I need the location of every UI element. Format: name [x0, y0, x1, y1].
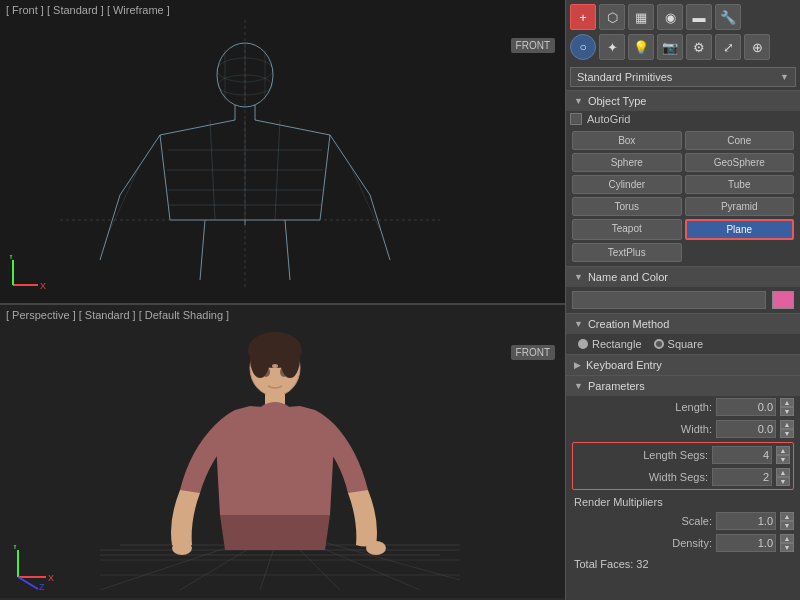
- svg-line-3: [160, 120, 235, 135]
- viewport-bottom[interactable]: [ Perspective ] [ Standard ] [ Default S…: [0, 305, 565, 598]
- svg-line-5: [160, 135, 170, 220]
- keyboard-entry-header[interactable]: ▶ Keyboard Entry: [566, 354, 800, 375]
- cone-button[interactable]: Cone: [685, 131, 795, 150]
- rectangle-radio-group[interactable]: Rectangle: [578, 338, 642, 350]
- parameters-title: Parameters: [588, 380, 645, 392]
- scale-up-icon[interactable]: ▲: [780, 512, 794, 521]
- length-row: Length: ▲ ▼: [566, 396, 800, 418]
- length-segs-down-icon[interactable]: ▼: [776, 455, 790, 464]
- object-type-title: Object Type: [588, 95, 647, 107]
- scale-down-icon[interactable]: ▼: [780, 521, 794, 530]
- width-spinner[interactable]: ▲ ▼: [780, 420, 794, 438]
- dropdown-label: Standard Primitives: [577, 71, 672, 83]
- density-spinner[interactable]: ▲ ▼: [780, 534, 794, 552]
- cylinder-button[interactable]: Cylinder: [572, 175, 682, 194]
- length-segs-label: Length Segs:: [638, 449, 708, 461]
- width-input[interactable]: [716, 420, 776, 438]
- box-button[interactable]: Box: [572, 131, 682, 150]
- geometry-button[interactable]: ○: [570, 34, 596, 60]
- density-input[interactable]: [716, 534, 776, 552]
- scale-spinner[interactable]: ▲ ▼: [780, 512, 794, 530]
- density-up-icon[interactable]: ▲: [780, 534, 794, 543]
- width-down-icon[interactable]: ▼: [780, 429, 794, 438]
- length-segs-up-icon[interactable]: ▲: [776, 446, 790, 455]
- color-swatch[interactable]: [772, 291, 794, 309]
- viewport-area: [ Front ] [ Standard ] [ Wireframe ] FRO…: [0, 0, 565, 600]
- autogrid-checkbox[interactable]: [570, 113, 582, 125]
- geosphere-button[interactable]: GeoSphere: [685, 153, 795, 172]
- create-button[interactable]: +: [570, 4, 596, 30]
- name-color-title: Name and Color: [588, 271, 668, 283]
- svg-point-54: [280, 367, 288, 377]
- teapot-button[interactable]: Teapot: [572, 219, 682, 240]
- svg-line-60: [18, 577, 38, 589]
- lights-button[interactable]: 💡: [628, 34, 654, 60]
- length-up-icon[interactable]: ▲: [780, 398, 794, 407]
- square-radio[interactable]: [654, 339, 664, 349]
- systems-button[interactable]: ⊕: [744, 34, 770, 60]
- rectangle-radio[interactable]: [578, 339, 588, 349]
- autogrid-label: AutoGrid: [587, 113, 630, 125]
- density-label: Density:: [642, 537, 712, 549]
- keyboard-entry-title: Keyboard Entry: [586, 359, 662, 371]
- hierarchy-button[interactable]: ▦: [628, 4, 654, 30]
- front-badge-top: FRONT: [511, 38, 555, 53]
- viewport-top[interactable]: [ Front ] [ Standard ] [ Wireframe ] FRO…: [0, 0, 565, 305]
- textplus-button[interactable]: TextPlus: [572, 243, 682, 262]
- square-radio-group[interactable]: Square: [654, 338, 703, 350]
- plane-button[interactable]: Plane: [685, 219, 795, 240]
- parameters-section: ▼ Parameters Length: ▲ ▼ Width: ▲ ▼: [566, 375, 800, 574]
- dropdown-arrow-icon: ▼: [780, 72, 789, 82]
- length-segs-row: Length Segs: ▲ ▼: [574, 444, 792, 466]
- name-color-arrow-icon: ▼: [574, 272, 583, 282]
- width-segs-row: Width Segs: ▲ ▼: [574, 466, 792, 488]
- width-up-icon[interactable]: ▲: [780, 420, 794, 429]
- rectangle-label: Rectangle: [592, 338, 642, 350]
- primitives-dropdown[interactable]: Standard Primitives ▼: [570, 67, 796, 87]
- tube-button[interactable]: Tube: [685, 175, 795, 194]
- axis-indicator-top: X Y: [8, 255, 48, 295]
- svg-line-4: [255, 120, 330, 135]
- scale-input[interactable]: [716, 512, 776, 530]
- panel-scroll[interactable]: ▼ Object Type AutoGrid Box Cone Sphere G…: [566, 90, 800, 600]
- shape-button[interactable]: ✦: [599, 34, 625, 60]
- name-color-header[interactable]: ▼ Name and Color: [566, 266, 800, 287]
- svg-point-53: [262, 367, 270, 377]
- length-label: Length:: [642, 401, 712, 413]
- svg-line-6: [320, 135, 330, 220]
- width-segs-up-icon[interactable]: ▲: [776, 468, 790, 477]
- scale-row: Scale: ▲ ▼: [566, 510, 800, 532]
- width-segs-down-icon[interactable]: ▼: [776, 477, 790, 486]
- helpers-button[interactable]: ⚙: [686, 34, 712, 60]
- svg-text:Y: Y: [8, 255, 14, 261]
- name-input[interactable]: [572, 291, 766, 309]
- spacewarps-button[interactable]: ⤢: [715, 34, 741, 60]
- cameras-button[interactable]: 📷: [657, 34, 683, 60]
- object-type-header[interactable]: ▼ Object Type: [566, 90, 800, 111]
- parameters-header[interactable]: ▼ Parameters: [566, 375, 800, 396]
- sphere-button[interactable]: Sphere: [572, 153, 682, 172]
- pyramid-button[interactable]: Pyramid: [685, 197, 795, 216]
- length-segs-spinner[interactable]: ▲ ▼: [776, 446, 790, 464]
- svg-point-52: [366, 541, 386, 555]
- length-spinner[interactable]: ▲ ▼: [780, 398, 794, 416]
- keyboard-entry-arrow-icon: ▶: [574, 360, 581, 370]
- motion-button[interactable]: ◉: [657, 4, 683, 30]
- modify-button[interactable]: ⬡: [599, 4, 625, 30]
- creation-method-content: Rectangle Square: [566, 334, 800, 354]
- viewport-bottom-label: [ Perspective ] [ Standard ] [ Default S…: [6, 309, 229, 321]
- svg-point-55: [272, 364, 278, 368]
- length-input[interactable]: [716, 398, 776, 416]
- length-down-icon[interactable]: ▼: [780, 407, 794, 416]
- object-type-arrow-icon: ▼: [574, 96, 583, 106]
- svg-text:X: X: [48, 573, 54, 583]
- creation-method-header[interactable]: ▼ Creation Method: [566, 313, 800, 334]
- width-segs-spinner[interactable]: ▲ ▼: [776, 468, 790, 486]
- torus-button[interactable]: Torus: [572, 197, 682, 216]
- display-button[interactable]: ▬: [686, 4, 712, 30]
- utilities-button[interactable]: 🔧: [715, 4, 741, 30]
- keyboard-entry-section: ▶ Keyboard Entry: [566, 354, 800, 375]
- density-down-icon[interactable]: ▼: [780, 543, 794, 552]
- length-segs-input[interactable]: [712, 446, 772, 464]
- width-segs-input[interactable]: [712, 468, 772, 486]
